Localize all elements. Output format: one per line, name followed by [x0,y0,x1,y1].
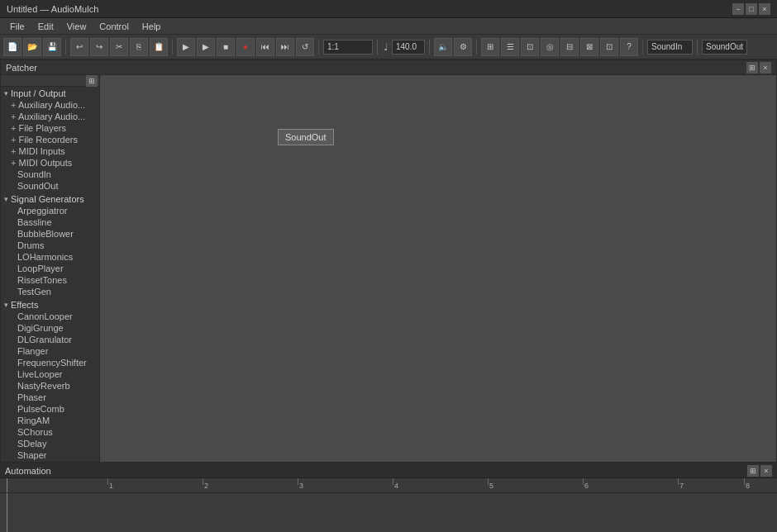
tree-item[interactable]: SChorus [1,426,99,438]
audio-in-toggle[interactable]: 🔈 [434,38,452,56]
view-btn-5[interactable]: ⊟ [560,38,579,56]
tree-item[interactable]: Drums [1,240,99,251]
patch-node[interactable]: SoundOut [278,129,334,145]
close-button[interactable]: × [759,3,770,15]
tree-item[interactable]: BubbleBlower [1,228,99,240]
tree-arrow: ▾ [4,301,8,309]
timeline-tracks[interactable] [0,493,777,532]
separator-5 [429,40,430,55]
loop-button[interactable]: ↺ [296,38,314,56]
new-button[interactable]: 📄 [3,38,21,56]
tree-item[interactable]: RingAM [1,415,99,426]
menu-item-help[interactable]: Help [136,20,168,33]
tree-item[interactable]: LOHarmonics [1,251,99,263]
tree-item[interactable]: NastyReverb [1,380,99,392]
tree-item[interactable]: File Recorders [1,134,99,145]
tree-item[interactable]: MIDI Inputs [1,145,99,157]
tree-item[interactable]: PulseComb [1,403,99,415]
patcher-body: ⊞ ▾Input / OutputAuxiliary Audio...Auxil… [1,75,776,462]
tree-item[interactable]: SSpat [1,461,99,462]
minimize-button[interactable]: − [732,3,744,15]
ruler-tick: 4 [393,478,398,492]
menu-item-view[interactable]: View [60,20,93,33]
next-button[interactable]: ⏭ [276,38,294,56]
sidebar: ⊞ ▾Input / OutputAuxiliary Audio...Auxil… [1,75,100,462]
view-btn-7[interactable]: ⊡ [600,38,618,56]
prev-button[interactable]: ⏮ [256,38,274,56]
sidebar-scroll[interactable]: ▾Input / OutputAuxiliary Audio...Auxilia… [1,87,99,462]
separator-4 [377,40,378,55]
tree-section-header[interactable]: ▾Input / Output [1,88,99,99]
tree-item[interactable]: SDelay [1,438,99,449]
maximize-button[interactable]: □ [746,3,757,15]
redo-button[interactable]: ↪ [90,38,108,56]
patcher-panel: Patcher ⊞ × ⊞ ▾Input / OutputAuxiliary A… [0,59,777,463]
tree-item[interactable]: Auxiliary Audio... [1,99,99,111]
ruler-tick: 3 [298,478,303,492]
paste-button[interactable]: 📋 [150,38,168,56]
menu-item-edit[interactable]: Edit [31,20,60,33]
automation-body: 12345678 [0,478,777,532]
ruler-tick: 2 [203,478,208,492]
copy-button[interactable]: ⎘ [130,38,148,56]
canvas-area[interactable]: SoundOut [100,75,776,462]
patcher-expand-button[interactable]: ⊞ [746,62,758,74]
title-bar: Untitled — AudioMulch − □ × [0,0,777,18]
tree-item[interactable]: SoundIn [1,169,99,180]
tree-item[interactable]: FrequencyShifter [1,357,99,368]
tree-item[interactable]: Auxiliary Audio... [1,111,99,122]
ruler-tick: 5 [488,478,493,492]
tree-section-header[interactable]: ▾Signal Generators [1,193,99,205]
stop-button[interactable]: ■ [217,38,235,56]
tree-item[interactable]: LoopPlayer [1,263,99,274]
cut-button[interactable]: ✂ [110,38,128,56]
separator-8 [697,40,698,55]
position-marker [7,478,7,492]
tree-section: ▾Input / OutputAuxiliary Audio...Auxilia… [1,87,99,192]
view-btn-4[interactable]: ◎ [541,38,559,56]
tree-item[interactable]: CanonLooper [1,311,99,322]
tree-item[interactable]: DLGranulator [1,334,99,345]
view-btn-6[interactable]: ⊠ [580,38,598,56]
ruler-tick: 1 [107,478,113,492]
tree-item[interactable]: SoundOut [1,180,99,192]
automation-expand-button[interactable]: ⊞ [747,465,759,477]
sidebar-expand-btn[interactable]: ⊞ [86,75,98,87]
tree-item[interactable]: Flanger [1,345,99,357]
save-button[interactable]: 💾 [43,38,61,56]
timeline-ruler: 12345678 [0,478,777,493]
automation-close-button[interactable]: × [760,465,772,477]
patcher-close-button[interactable]: × [760,62,771,74]
tree-item[interactable]: Bassline [1,216,99,228]
tree-item[interactable]: LiveLooper [1,368,99,380]
view-btn-3[interactable]: ⊡ [521,38,539,56]
view-btn-1[interactable]: ⊞ [481,38,499,56]
tree-item[interactable]: DigiGrunge [1,322,99,334]
tree-item[interactable]: Phaser [1,392,99,403]
tree-item[interactable]: TestGen [1,286,99,297]
open-button[interactable]: 📂 [23,38,41,56]
play2-button[interactable]: ▶ [197,38,215,56]
view-btn-2[interactable]: ☰ [501,38,519,56]
help-btn[interactable]: ? [620,38,638,56]
ruler-tick: 6 [583,478,589,492]
tree-item[interactable]: MIDI Outputs [1,157,99,169]
tree-item[interactable]: Arpeggiatror [1,205,99,216]
sound-in-display[interactable]: SoundIn [647,40,693,55]
ruler-tick: 7 [678,478,684,492]
audio-settings-btn[interactable]: ⚙ [454,38,472,56]
menu-item-file[interactable]: File [3,20,31,33]
separator-3 [318,40,319,55]
bpm-display[interactable]: 140.0 [392,40,425,55]
undo-button[interactable]: ↩ [70,38,88,56]
automation-header-buttons: ⊞ × [747,465,772,477]
tree-section-header[interactable]: ▾Effects [1,299,99,311]
tree-item[interactable]: RissetTones [1,274,99,286]
menu-item-control[interactable]: Control [93,20,135,33]
sound-out-display[interactable]: SoundOut [702,40,747,55]
separator-6 [476,40,477,55]
tree-item[interactable]: File Players [1,122,99,134]
tree-item[interactable]: Shaper [1,449,99,461]
play-button[interactable]: ▶ [177,38,195,56]
record-button[interactable]: ● [236,38,255,56]
